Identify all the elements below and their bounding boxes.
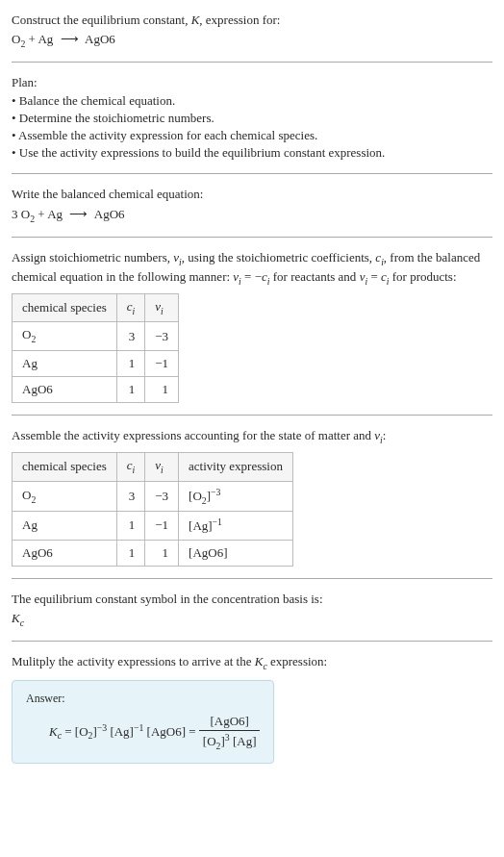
plan-item-4: • Use the activity expressions to build …: [12, 144, 492, 162]
nu-cell: 1: [145, 540, 179, 566]
table-row: AgO6 1 1: [13, 376, 179, 402]
den-a: [O: [203, 735, 216, 749]
table-header-row: chemical species ci νi activity expressi…: [13, 453, 293, 481]
activity-table: chemical species ci νi activity expressi…: [12, 452, 293, 567]
ci-cell: 3: [116, 481, 145, 512]
nu-cell: −1: [145, 512, 179, 541]
product-ago6: AgO6: [83, 32, 115, 46]
assemble-a: Assemble the activity expressions accoun…: [12, 428, 374, 442]
mult-b: expression:: [267, 654, 327, 668]
term2-a: [Ag]: [107, 724, 134, 739]
balanced-rhs: AgO6: [91, 207, 124, 221]
balanced-lhs-a: 3 O: [12, 207, 30, 221]
act-a: [Ag]: [189, 518, 213, 533]
table-header-row: chemical species ci νi: [13, 294, 179, 322]
term2-sup: −1: [134, 722, 143, 733]
table-row: O2 3 −3: [13, 322, 179, 350]
intro-line: Construct the equilibrium constant, K, e…: [12, 12, 492, 29]
i-sub: i: [161, 306, 164, 316]
mult-a: Mulitply the activity expressions to arr…: [12, 654, 255, 668]
equals: =: [62, 724, 75, 739]
o2-a: O: [22, 327, 31, 341]
nu-cell: −1: [145, 350, 179, 376]
k-symbol: K: [12, 611, 20, 625]
i-sub: i: [161, 465, 164, 475]
col-species: chemical species: [13, 294, 117, 322]
col-nu: νi: [145, 294, 179, 322]
ci-cell: 3: [116, 322, 145, 350]
act-sup: −3: [211, 487, 220, 497]
o2-sub: 2: [31, 493, 36, 504]
activity-cell: [O2]−3: [179, 481, 293, 512]
plan-item-1: • Balance the chemical equation.: [12, 92, 492, 110]
stoich-d: for reactants and: [270, 269, 360, 284]
species-cell: O2: [13, 322, 117, 350]
intro-equation: O2 + Ag ⟶ AgO6: [12, 31, 492, 50]
col-ci: ci: [116, 453, 145, 481]
divider: [12, 578, 492, 579]
ci-cell: 1: [116, 512, 145, 541]
act-a: [O: [189, 489, 202, 503]
balanced-title: Write the balanced chemical equation:: [12, 186, 492, 203]
eq-minus: = −: [241, 269, 262, 284]
assemble-b: :: [383, 428, 387, 442]
stoich-e: for products:: [389, 269, 456, 284]
answer-box: Answer: Kc = [O2]−3 [Ag]−1 [AgO6] = [AgO…: [12, 680, 274, 764]
ci-cell: 1: [116, 540, 145, 566]
nu-cell: −3: [145, 481, 179, 512]
col-nu: νi: [145, 453, 179, 481]
divider: [12, 237, 492, 238]
plan-title: Plan:: [12, 74, 492, 91]
eq-equals: =: [367, 269, 381, 284]
answer-label: Answer:: [26, 691, 260, 707]
fraction: [AgO6][O2]3 [Ag]: [199, 713, 261, 753]
term-sup: −3: [97, 722, 107, 733]
activity-cell: [AgO6]: [179, 540, 293, 566]
kc-symbol: Kc: [12, 610, 492, 629]
o2-sub: 2: [31, 334, 36, 344]
stoich-text: Assign stoichiometric numbers, νi, using…: [12, 249, 492, 288]
plan-item-3: • Assemble the activity expression for e…: [12, 127, 492, 144]
nu-cell: −3: [145, 322, 179, 350]
term-a: [O: [75, 724, 88, 739]
fraction-denominator: [O2]3 [Ag]: [199, 731, 261, 753]
nu-cell: 1: [145, 376, 179, 402]
symbol-text: The equilibrium constant symbol in the c…: [12, 591, 492, 608]
col-ci: ci: [116, 294, 145, 322]
ci-cell: 1: [116, 376, 145, 402]
divider: [12, 62, 492, 63]
divider: [12, 173, 492, 174]
multiply-text: Mulitply the activity expressions to arr…: [12, 653, 492, 672]
divider: [12, 415, 492, 416]
term3: [AgO6] =: [143, 724, 199, 739]
ci-cell: 1: [116, 350, 145, 376]
i-sub: i: [133, 465, 136, 475]
k-symbol: K: [49, 724, 58, 739]
table-row: Ag 1 −1 [Ag]−1: [13, 512, 293, 541]
arrow-icon: ⟶: [61, 32, 79, 46]
activity-cell: [Ag]−1: [179, 512, 293, 541]
species-cell: Ag: [13, 350, 117, 376]
i-sub: i: [133, 306, 136, 316]
fraction-numerator: [AgO6]: [199, 713, 261, 731]
stoich-b: , using the stoichiometric coefficients,: [182, 250, 376, 265]
arrow-icon: ⟶: [69, 207, 88, 221]
balanced-lhs-b: + Ag: [35, 207, 65, 221]
species-cell: AgO6: [13, 540, 117, 566]
o2-a: O: [22, 488, 31, 502]
reactant-o2-a: O: [12, 32, 20, 46]
species-cell: AgO6: [13, 376, 117, 402]
intro-text-c: , expression for:: [199, 13, 280, 27]
col-activity: activity expression: [179, 453, 293, 481]
balanced-equation: 3 O2 + Ag ⟶ AgO6: [12, 206, 492, 225]
table-row: O2 3 −3 [O2]−3: [13, 481, 293, 512]
divider: [12, 641, 492, 642]
table-row: AgO6 1 1 [AgO6]: [13, 540, 293, 566]
col-species: chemical species: [13, 453, 117, 481]
species-cell: O2: [13, 481, 117, 512]
species-cell: Ag: [13, 512, 117, 541]
stoich-table: chemical species ci νi O2 3 −3 Ag 1 −1 A…: [12, 293, 179, 403]
table-row: Ag 1 −1: [13, 350, 179, 376]
reactant-ag: + Ag: [25, 32, 56, 46]
c-sub: c: [20, 618, 24, 628]
